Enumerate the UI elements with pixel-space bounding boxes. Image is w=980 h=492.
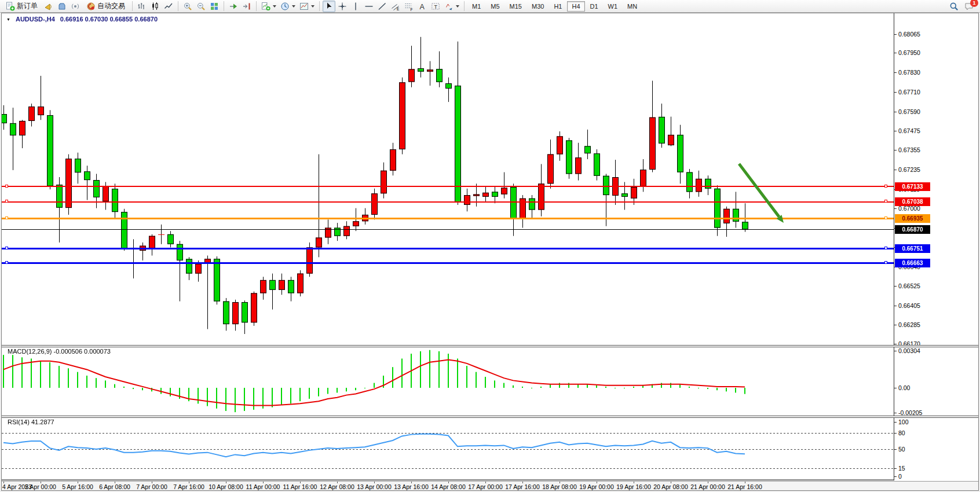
- axis-tick-mark: [894, 413, 897, 413]
- fibonacci-tool-button[interactable]: F: [403, 1, 415, 12]
- axis-tick-mark: [894, 53, 897, 53]
- crosshair-button[interactable]: [336, 1, 349, 12]
- news-button[interactable]: [56, 1, 68, 12]
- timeframe-m1-button[interactable]: M1: [467, 1, 485, 12]
- chart-window: ▼ AUDUSD-,H4 0.66916 0.67030 0.66855 0.6…: [1, 13, 979, 491]
- autotrade-icon: [86, 2, 96, 11]
- timeframe-h1-button[interactable]: H1: [549, 1, 566, 12]
- chevron-down-icon[interactable]: [292, 5, 295, 8]
- line-anchor-handle[interactable]: [884, 216, 887, 219]
- arrows-tool-button[interactable]: [443, 1, 461, 12]
- level-price-badge: 0.66663: [895, 259, 930, 267]
- candlestick-mode-button[interactable]: [149, 1, 162, 12]
- auto-scroll-button[interactable]: [227, 1, 240, 12]
- line-anchor-handle[interactable]: [884, 261, 887, 264]
- pane-divider-rsi[interactable]: [2, 416, 978, 418]
- line-anchor-handle[interactable]: [884, 247, 887, 249]
- new-order-button[interactable]: 新订单: [2, 1, 42, 12]
- timeframe-m30-button[interactable]: M30: [527, 1, 548, 12]
- axis-tick-mark: [894, 92, 897, 93]
- tile-windows-button[interactable]: [208, 1, 221, 12]
- zoom-out-icon: [196, 2, 206, 11]
- timeframe-h4-button[interactable]: H4: [567, 1, 584, 12]
- timeframe-m5-button[interactable]: M5: [486, 1, 504, 12]
- toolbar-separator: [256, 1, 257, 11]
- labelT-icon: T: [431, 2, 440, 11]
- horizontal-level-line[interactable]: [2, 248, 894, 249]
- bar-chart-mode-button[interactable]: [136, 1, 148, 12]
- macd-indicator-label: MACD(12,26,9) -0.000506 0.000073: [8, 348, 111, 355]
- line-anchor-handle[interactable]: [5, 216, 8, 219]
- timeframe-mn-button[interactable]: MN: [623, 1, 642, 12]
- notifications-button[interactable]: 1: [964, 2, 974, 11]
- autoscroll-icon: [229, 2, 238, 11]
- clock-icon: [280, 2, 290, 11]
- horizontal-level-line[interactable]: [2, 186, 894, 187]
- horizontal-line-tool-button[interactable]: [363, 1, 375, 12]
- bid-price-line[interactable]: [2, 229, 894, 230]
- window-menu-icon[interactable]: ▼: [6, 17, 10, 21]
- time-axis[interactable]: 4 Apr 20235 Apr 00:005 Apr 16:006 Apr 08…: [2, 481, 978, 490]
- toolbar-right-group: 1: [949, 2, 978, 11]
- auto-trading-label: 自动交易: [97, 1, 125, 11]
- search-icon[interactable]: [949, 2, 959, 11]
- level-price-badge: 0.67133: [895, 182, 930, 191]
- chevron-down-icon[interactable]: [311, 5, 315, 8]
- price-tick-label: 0.66525: [898, 282, 920, 289]
- price-axis: [894, 13, 894, 480]
- indicators-button[interactable]: [259, 1, 278, 12]
- rsi-tick-label: 0: [898, 473, 902, 480]
- trendline-tool-button[interactable]: [376, 1, 389, 12]
- chart-shift-button[interactable]: [240, 1, 253, 12]
- svg-text:F: F: [411, 7, 413, 11]
- shift-icon: [242, 2, 251, 11]
- text-tool-button[interactable]: A: [416, 1, 429, 12]
- signals-broadcast-button[interactable]: [69, 1, 82, 12]
- vertical-line-tool-button[interactable]: [349, 1, 362, 12]
- bid-price-badge: 0.66870: [895, 225, 930, 234]
- line-anchor-handle[interactable]: [5, 185, 8, 188]
- chevron-down-icon[interactable]: [456, 5, 459, 8]
- line-anchor-handle[interactable]: [884, 200, 887, 203]
- horizontal-level-line[interactable]: [2, 201, 894, 203]
- timeframe-w1-button[interactable]: W1: [604, 1, 623, 12]
- pane-divider-macd[interactable]: [2, 345, 978, 347]
- axis-tick-mark: [894, 131, 897, 131]
- price-chart-canvas[interactable]: [2, 13, 894, 480]
- axis-tick-mark: [894, 112, 897, 112]
- chevron-down-icon[interactable]: [273, 5, 276, 8]
- tiles-icon: [210, 2, 219, 11]
- zoom-out-button[interactable]: [195, 1, 207, 12]
- timeframe-m15-button[interactable]: M15: [505, 1, 526, 12]
- price-tick-label: 0.67710: [898, 89, 920, 96]
- auto-trading-button[interactable]: 自动交易: [82, 1, 129, 12]
- equidistant-channel-tool-button[interactable]: E: [389, 1, 402, 12]
- toolbar-separator: [224, 1, 224, 11]
- line-anchor-handle[interactable]: [884, 185, 887, 188]
- periods-button[interactable]: [279, 1, 297, 12]
- svg-text:T: T: [434, 3, 437, 9]
- horizontal-level-line[interactable]: [2, 262, 894, 264]
- line-anchor-handle[interactable]: [5, 247, 8, 249]
- rsi-value: 41.2877: [31, 418, 54, 425]
- price-tick-label: 0.67590: [898, 108, 920, 115]
- textA-icon: A: [418, 2, 427, 11]
- axis-tick-mark: [894, 208, 897, 209]
- line-anchor-handle[interactable]: [5, 200, 8, 203]
- price-tick-label: 0.67235: [898, 166, 920, 173]
- vline-icon: [351, 2, 360, 11]
- timeframe-d1-button[interactable]: D1: [586, 1, 603, 12]
- horizontal-level-line[interactable]: [2, 218, 894, 219]
- sound-alert-button[interactable]: [42, 1, 55, 12]
- line-anchor-handle[interactable]: [5, 261, 8, 264]
- text-label-tool-button[interactable]: T: [429, 1, 442, 12]
- rsi-tick-label: 50: [898, 446, 905, 453]
- templates-button[interactable]: [298, 1, 316, 12]
- line-chart-mode-button[interactable]: [162, 1, 175, 12]
- cursor-button[interactable]: [323, 1, 335, 12]
- chart-symbol-title[interactable]: ▼ AUDUSD-,H4 0.66916 0.67030 0.66855 0.6…: [6, 16, 158, 23]
- zoom-in-icon: [183, 2, 192, 11]
- zoom-in-button[interactable]: [181, 1, 194, 12]
- ohlc-values: 0.66916 0.67030 0.66855 0.66870: [60, 16, 158, 23]
- axis-tick-mark: [894, 433, 897, 434]
